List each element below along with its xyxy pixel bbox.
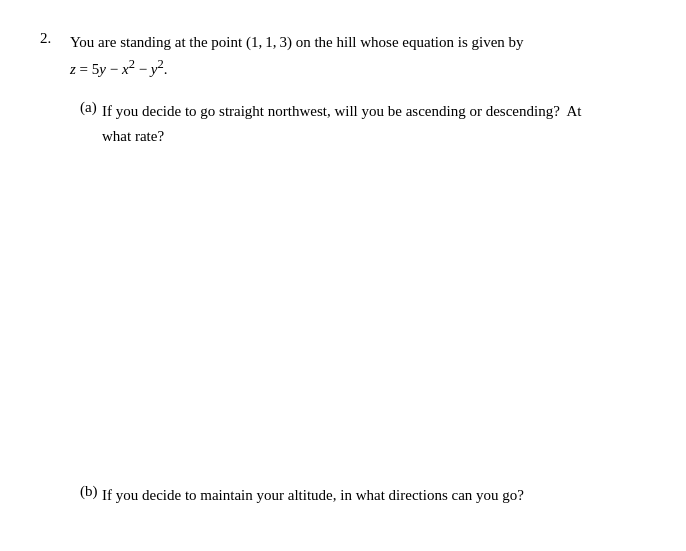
sub-part-b-letter: (b) bbox=[80, 483, 102, 500]
sub-part-b-label: (b) If you decide to maintain your altit… bbox=[80, 483, 646, 508]
sub-part-a-text: If you decide to go straight northwest, … bbox=[102, 99, 646, 149]
sub-part-a: (a) If you decide to go straight northwe… bbox=[80, 99, 646, 149]
problem-2: 2. You are standing at the point (1, 1, … bbox=[40, 30, 646, 507]
sub-part-a-label: (a) If you decide to go straight northwe… bbox=[80, 99, 646, 149]
statement-line1: You are standing at the point (1, 1, 3) … bbox=[70, 30, 646, 54]
sub-part-b-text: If you decide to maintain your altitude,… bbox=[102, 483, 646, 508]
statement-line2: z = 5y − x2 − y2. bbox=[70, 54, 646, 81]
sub-part-b: (b) If you decide to maintain your altit… bbox=[80, 483, 646, 508]
sub-part-a-letter: (a) bbox=[80, 99, 102, 116]
problem-statement: You are standing at the point (1, 1, 3) … bbox=[70, 30, 646, 81]
problem-number: 2. bbox=[40, 30, 70, 47]
problem-content: You are standing at the point (1, 1, 3) … bbox=[70, 30, 646, 507]
